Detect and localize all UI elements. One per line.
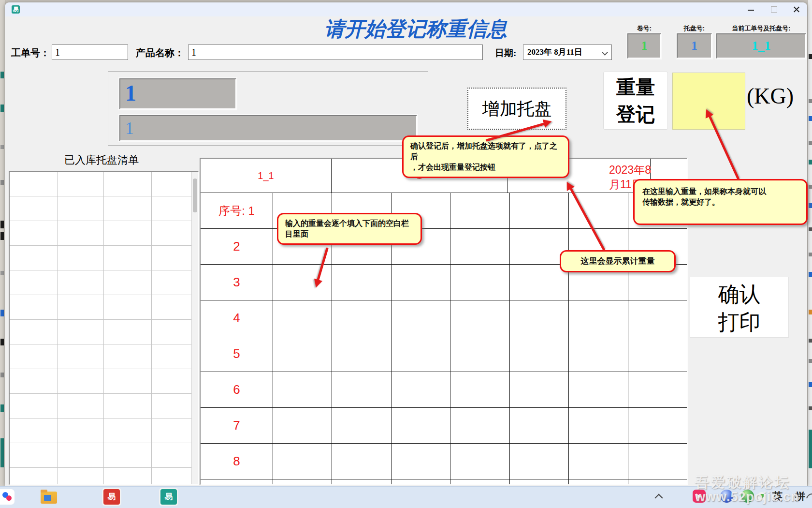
scrollbar[interactable] bbox=[191, 172, 198, 484]
table-row: 8 bbox=[201, 444, 687, 479]
weight-cell bbox=[450, 336, 509, 372]
weight-cell bbox=[628, 479, 687, 485]
serial-cell: 4 bbox=[201, 300, 273, 336]
maximize-icon[interactable] bbox=[771, 6, 777, 13]
confirm-print-button[interactable]: 确认 打印 bbox=[690, 277, 789, 338]
weight-cell bbox=[510, 479, 569, 485]
callout-total-weight-tip: 这里会显示累计重量 bbox=[560, 250, 676, 272]
kg-unit-label: (KG) bbox=[747, 83, 794, 109]
stored-pallet-table bbox=[9, 171, 199, 485]
weight-cell bbox=[628, 408, 687, 443]
weight-cell bbox=[332, 444, 391, 479]
tray-globe-green-icon[interactable] bbox=[741, 490, 754, 503]
page-title: 请开始登记称重信息 bbox=[290, 15, 541, 43]
serial-cell: 2 bbox=[201, 229, 273, 264]
weight-cell bbox=[510, 300, 569, 336]
weight-cell bbox=[273, 372, 332, 407]
table-row: 4 bbox=[201, 300, 687, 336]
serial-cell: 6 bbox=[201, 372, 273, 407]
date-label: 日期: bbox=[495, 47, 516, 60]
weight-cell bbox=[450, 193, 509, 228]
product-name-label: 产品名称： bbox=[136, 46, 184, 60]
tray-sprout-icon[interactable] bbox=[757, 492, 766, 501]
stored-pallet-list-title: 已入库托盘清单 bbox=[51, 153, 152, 167]
weight-cell bbox=[569, 336, 628, 372]
weight-cell bbox=[273, 408, 332, 443]
callout-add-pallet-tip: 确认登记后，增加托盘选项就有了，点了之后 ，才会出现重量登记按钮 bbox=[402, 135, 569, 178]
close-icon[interactable] bbox=[793, 6, 800, 13]
serial-cell: 5 bbox=[201, 336, 273, 372]
chevron-down-icon bbox=[602, 49, 608, 56]
weight-cell bbox=[392, 300, 450, 336]
weight-cell bbox=[569, 479, 628, 485]
tray-media-icon[interactable] bbox=[693, 490, 706, 503]
taskbar-pinned-app-icon[interactable] bbox=[0, 489, 14, 505]
weighing-table: 1_1 1 2023年8月11日11 序号: 1 2 3 4 5 6 bbox=[200, 158, 688, 485]
weight-input[interactable] bbox=[672, 73, 745, 130]
table-row: 7 bbox=[201, 408, 687, 444]
weight-cell bbox=[569, 300, 628, 336]
work-order-label: 工单号： bbox=[11, 46, 50, 60]
weight-cell bbox=[569, 408, 628, 443]
taskbar bbox=[0, 486, 812, 508]
weight-cell bbox=[510, 336, 569, 372]
file-explorer-icon[interactable] bbox=[41, 492, 57, 504]
current-order-pallet-label: 当前工单号及托盘号: bbox=[716, 24, 806, 33]
weight-cell bbox=[273, 336, 332, 372]
screen: 易 请开始登记称重信息 工单号： 产品名称： 日期: 2023年 8月11日 卷… bbox=[0, 0, 812, 508]
weight-cell bbox=[510, 265, 569, 300]
weight-cell bbox=[628, 444, 687, 479]
weight-cell bbox=[450, 408, 509, 443]
weight-cell bbox=[569, 193, 628, 228]
weight-cell bbox=[273, 265, 332, 300]
title-bar bbox=[5, 2, 807, 16]
input-method-pinyin[interactable]: 拼 bbox=[795, 490, 805, 503]
weight-cell bbox=[392, 372, 450, 407]
serial-cell: 3 bbox=[201, 265, 273, 300]
weight-cell bbox=[332, 336, 391, 372]
weight-cell bbox=[450, 300, 509, 336]
weight-cell bbox=[273, 479, 332, 485]
weight-cell bbox=[392, 408, 450, 443]
weight-cell bbox=[510, 408, 569, 443]
weight-cell bbox=[510, 444, 569, 479]
elang-red-app-icon[interactable]: 易 bbox=[103, 489, 120, 505]
wifi-icon[interactable] bbox=[806, 493, 812, 498]
elang-teal-app-icon[interactable]: 易 bbox=[160, 489, 177, 505]
order-number-display: 1 bbox=[119, 78, 236, 109]
table-row: 5 bbox=[201, 336, 687, 372]
weight-cell bbox=[332, 265, 391, 300]
weight-cell bbox=[332, 372, 391, 407]
minimize-icon[interactable] bbox=[748, 10, 754, 11]
weight-register-button[interactable]: 重量 登记 bbox=[603, 72, 668, 130]
weight-cell bbox=[628, 372, 687, 407]
work-order-input[interactable] bbox=[52, 45, 128, 60]
tray-globe-blue-icon[interactable] bbox=[720, 490, 733, 503]
callout-fill-tip: 输入的重量会逐个填入下面的空白栏 目里面 bbox=[277, 213, 422, 245]
background-ide-right-strip bbox=[808, 0, 812, 508]
weight-cell bbox=[273, 300, 332, 336]
weight-cell bbox=[569, 372, 628, 407]
serial-cell: 8 bbox=[201, 444, 273, 479]
weight-cell bbox=[450, 265, 509, 300]
weight-cell bbox=[569, 444, 628, 479]
callout-weight-input-tip: 在这里输入重量，如果称本身就可以 传输数据，就更好了。 bbox=[633, 179, 808, 225]
pallet-number-label: 托盘号: bbox=[677, 24, 712, 33]
weight-cell bbox=[332, 479, 391, 485]
header-order-pallet-cell: 1_1 bbox=[201, 159, 332, 193]
date-picker[interactable]: 2023年 8月11日 bbox=[523, 45, 612, 60]
weight-cell bbox=[510, 193, 569, 228]
weight-cell bbox=[273, 444, 332, 479]
weight-cell bbox=[510, 372, 569, 407]
table-row: 序号: 1 bbox=[201, 193, 687, 229]
weight-cell bbox=[450, 444, 509, 479]
serial-cell: 序号: 1 bbox=[201, 193, 273, 228]
table-row-partial bbox=[201, 479, 687, 485]
input-language-en[interactable]: 英 bbox=[772, 490, 783, 503]
serial-cell: 7 bbox=[201, 408, 273, 443]
product-display: 1 bbox=[119, 115, 417, 141]
roll-number-value: 1 bbox=[627, 33, 661, 59]
product-name-input[interactable] bbox=[188, 45, 483, 60]
serial-cell bbox=[201, 479, 273, 485]
scrollbar-thumb[interactable] bbox=[193, 179, 197, 212]
